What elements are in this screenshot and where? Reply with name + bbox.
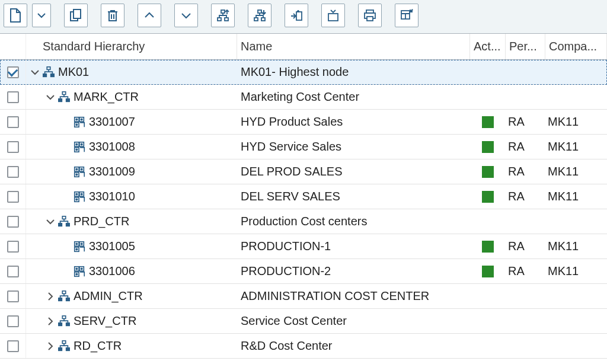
cost-center-icon xyxy=(72,264,87,279)
col-header-comp[interactable]: Compa... xyxy=(545,34,607,59)
insert-right-button[interactable] xyxy=(285,4,308,27)
per-cell xyxy=(506,284,545,308)
row-checkbox-cell xyxy=(0,135,26,159)
table-row[interactable]: 3301009DEL PROD SALESRAMK11 xyxy=(0,159,607,184)
hierarchy-up-icon xyxy=(216,8,230,23)
svg-point-37 xyxy=(75,173,78,175)
create-button[interactable] xyxy=(4,4,27,27)
table-row[interactable]: 3301008HYD Service SalesRAMK11 xyxy=(0,135,607,159)
svg-rect-62 xyxy=(62,315,66,318)
row-checkbox-cell xyxy=(0,309,26,333)
row-checkbox[interactable] xyxy=(7,290,19,302)
table-row[interactable]: PRD_CTRProduction Cost centers xyxy=(0,209,607,234)
row-checkbox[interactable] xyxy=(7,66,19,78)
svg-point-35 xyxy=(75,168,78,170)
svg-rect-66 xyxy=(59,347,62,350)
svg-rect-63 xyxy=(59,323,62,325)
hierarchy-cell: 3301008 xyxy=(26,135,237,159)
per-cell: RA xyxy=(506,135,545,159)
print-button[interactable] xyxy=(358,4,382,27)
copy-button[interactable] xyxy=(64,4,88,27)
table-header-row: Standard Hierarchy Name Act... Per... Co… xyxy=(0,34,607,60)
activation-cell xyxy=(470,135,506,159)
company-cell: MK11 xyxy=(545,259,607,283)
hierarchy-down-icon xyxy=(253,8,267,23)
hierarchy-up-button[interactable] xyxy=(211,4,235,27)
col-header-per[interactable]: Per... xyxy=(506,34,545,59)
per-cell: RA xyxy=(506,234,545,258)
per-cell xyxy=(506,60,545,84)
row-checkbox[interactable] xyxy=(7,315,19,327)
name-cell: MK01- Highest node xyxy=(237,60,470,84)
company-cell xyxy=(545,309,607,333)
svg-rect-7 xyxy=(261,18,265,21)
chevron-down-icon[interactable] xyxy=(28,66,41,79)
hierarchy-cell: 3301005 xyxy=(26,234,237,258)
table-row[interactable]: ADMIN_CTRADMINISTRATION COST CENTER xyxy=(0,284,607,309)
collapse-up-button[interactable] xyxy=(138,4,161,27)
row-checkbox[interactable] xyxy=(7,141,19,153)
hierarchy-down-button[interactable] xyxy=(248,4,271,27)
chevron-down-icon[interactable] xyxy=(44,215,57,228)
svg-point-58 xyxy=(75,273,78,275)
svg-rect-15 xyxy=(43,74,47,76)
expand-down-button[interactable] xyxy=(174,4,198,27)
svg-rect-3 xyxy=(218,18,221,21)
table-row[interactable]: 3301007HYD Product SalesRAMK11 xyxy=(0,110,607,135)
table-row[interactable]: 3301006PRODUCTION-2RAMK11 xyxy=(0,259,607,284)
name-cell: DEL SERV SALES xyxy=(237,184,470,209)
svg-rect-61 xyxy=(66,298,70,301)
svg-rect-6 xyxy=(254,18,258,21)
table-row[interactable]: MK01MK01- Highest node xyxy=(0,60,607,85)
row-checkbox-cell xyxy=(0,110,26,134)
hierarchy-cell: MARK_CTR xyxy=(26,85,237,109)
svg-point-57 xyxy=(81,267,83,270)
table-row[interactable]: SERV_CTRService Cost Center xyxy=(0,309,607,334)
svg-point-25 xyxy=(75,123,78,126)
delete-button[interactable] xyxy=(101,4,124,27)
row-checkbox[interactable] xyxy=(7,116,19,128)
col-header-select[interactable] xyxy=(0,34,26,59)
svg-rect-1 xyxy=(74,9,81,18)
layout-button[interactable] xyxy=(395,4,418,27)
per-cell: RA xyxy=(506,110,545,134)
svg-rect-8 xyxy=(296,12,302,20)
row-checkbox[interactable] xyxy=(7,91,19,103)
row-checkbox[interactable] xyxy=(7,216,19,228)
chevron-right-icon[interactable] xyxy=(44,290,57,303)
per-cell xyxy=(506,334,545,358)
chevron-right-icon[interactable] xyxy=(44,340,57,353)
table-row[interactable]: 3301005PRODUCTION-1RAMK11 xyxy=(0,234,607,259)
insert-down-button[interactable] xyxy=(321,4,345,27)
create-dropdown-button[interactable] xyxy=(32,4,51,27)
row-checkbox[interactable] xyxy=(7,340,19,352)
col-header-name[interactable]: Name xyxy=(237,34,470,59)
chevron-down-icon[interactable] xyxy=(44,91,57,104)
hierarchy-label: SERV_CTR xyxy=(74,314,136,328)
row-checkbox[interactable] xyxy=(7,191,19,203)
company-cell xyxy=(545,334,607,358)
company-cell xyxy=(545,209,607,234)
status-active-icon xyxy=(482,141,494,153)
svg-point-31 xyxy=(75,148,78,151)
col-header-act[interactable]: Act... xyxy=(470,34,506,59)
svg-rect-18 xyxy=(59,98,62,101)
chevron-right-icon[interactable] xyxy=(44,315,57,328)
activation-cell xyxy=(470,60,506,84)
col-header-hierarchy[interactable]: Standard Hierarchy xyxy=(26,34,237,59)
status-active-icon xyxy=(482,116,494,128)
row-checkbox[interactable] xyxy=(7,266,19,277)
hierarchy-label: RD_CTR xyxy=(74,339,122,353)
activation-cell xyxy=(470,259,506,283)
row-checkbox[interactable] xyxy=(7,166,19,178)
status-active-icon xyxy=(482,241,494,253)
table-row[interactable]: 3301010DEL SERV SALESRAMK11 xyxy=(0,184,607,209)
table-row[interactable]: RD_CTRR&D Cost Center xyxy=(0,334,607,359)
table-row[interactable]: MARK_CTRMarketing Cost Center xyxy=(0,85,607,110)
name-cell: ADMINISTRATION COST CENTER xyxy=(237,284,470,308)
svg-rect-45 xyxy=(59,223,62,226)
svg-rect-65 xyxy=(62,340,66,343)
row-checkbox-cell xyxy=(0,234,26,258)
row-checkbox[interactable] xyxy=(7,241,19,253)
svg-rect-4 xyxy=(225,18,228,21)
